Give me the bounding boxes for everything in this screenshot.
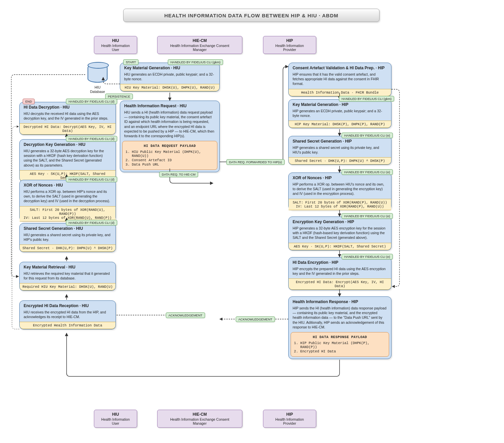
participant-hip-bottom: HIP Health Information Provider [263, 410, 316, 428]
tag-handled-e: HANDLED BY FIDELIUS CLI (e) [342, 213, 393, 219]
box-title: XOR of Nonces · HIU [24, 183, 112, 188]
participant-sub: Health Information User [100, 417, 131, 425]
box-body: HIP generates a 32-byte AES encryption k… [293, 226, 387, 240]
payload-item: Encrypted HI Data [300, 349, 385, 353]
participant-title: HIP [269, 38, 310, 43]
box-title: Key Material Generation · HIP [293, 102, 387, 107]
participant-title: HIU [100, 38, 131, 43]
tag-handled-e: HANDLED BY FIDELIUS CLI (e) [342, 169, 393, 175]
tag-handled-d: HANDLED BY FIDELIUS CLI (d) [66, 136, 117, 142]
box-hip-encrypt: HI Data Encryption · HIP HIP encrypts th… [288, 257, 391, 290]
box-title: Decryption Key Generation · HIU [24, 142, 112, 147]
payload-item: Data Push URL [132, 163, 214, 167]
box-band: Shared Secret · DHK(U,P): DHPK(U) ^ DHSK… [20, 244, 116, 252]
box-hip-xor: XOR of Nonces · HIP HIP performs a XOR o… [288, 173, 391, 210]
payload-item: HIP Public Key Material (DHPK(P), RAND(P… [300, 341, 385, 349]
payload-item: HIU Public Key Material (DHPK(U), RAND(U… [132, 150, 214, 158]
box-title: Encrypted HI Data Reception · HIU [24, 303, 112, 308]
tag-handled-gkm: HANDLED BY FIDELIUS CLI (gkm) [339, 96, 394, 102]
box-title: XOR of Nonces · HIP [293, 176, 387, 180]
box-band: SALT: First 20 bytes of XOR(RAND(P), RAN… [289, 199, 391, 210]
tag-handled-d: HANDLED BY FIDELIUS CLI (d) [66, 99, 117, 104]
box-body: HIU retrieves the required key material … [24, 271, 112, 280]
box-body: HIP generates an ECDH private, public ke… [293, 109, 387, 118]
participant-hiecm-top: HIE-CM Health Information Exchange Conse… [157, 36, 242, 54]
box-body: HIP encrypts the prepared HI data using … [293, 266, 387, 276]
tag-handled-d: HANDLED BY FIDELIUS CLI (d) [66, 177, 117, 182]
box-title: Key Material Retrieval · HIU [24, 265, 112, 269]
box-body: HIU generates an ECDH private, public ke… [124, 72, 215, 81]
hiu-database: HIUDatabase [86, 64, 109, 94]
participant-hiu-bottom: HIU Health Information User [94, 410, 137, 428]
box-band: Decrypted HI Data: Decrypt(AES Key, IV, … [20, 123, 116, 135]
participant-title: HIE-CM [163, 38, 236, 43]
box-body: HIP performs a XOR op. between HIU's non… [293, 182, 387, 196]
box-hip-enckey: Encryption Key Generation · HIP HIP gene… [288, 217, 391, 250]
box-body: HIU generates a shared secret using its … [24, 232, 112, 242]
box-hiu-retrieve: Key Material Retrieval · HIU HIU retriev… [19, 262, 116, 291]
participant-hiu-top: HIU Health Information User [94, 36, 137, 54]
participant-title: HIU [100, 412, 131, 417]
box-hiu-shared: Shared Secret Generation · HIU HIU gener… [19, 223, 116, 252]
box-band: SALT: First 20 bytes of XOR(RAND(U), RAN… [20, 206, 116, 222]
box-body: HIU generates a 32-byte AES decryption k… [24, 149, 112, 168]
tag-req-hiecm: DATA REQ. TO HIE-CM [159, 172, 198, 177]
box-body: HIP sends the HI (health information) da… [293, 306, 387, 329]
diagram-title: HEALTH INFORMATION DATA FLOW BETWEEN HIP… [123, 9, 379, 22]
box-title: Consent Artefact Validation & HI Data Pr… [293, 66, 387, 70]
tag-handled-gkm: HANDLED BY FIDELIUS CLI (gkm) [168, 59, 223, 65]
box-hiu-recv: Encrypted HI Data Reception · HIU HIU re… [19, 300, 116, 329]
participant-hip-top: HIP Health Information Provider [263, 36, 316, 54]
box-body: HIU decrypts the received HI data using … [24, 111, 112, 121]
box-title: Shared Secret Generation · HIP [293, 139, 387, 144]
participant-sub: Health Information Provider [269, 44, 310, 52]
box-hiu-request: Health Information Request · HIU HIU sen… [120, 101, 220, 172]
payload-title: HI DATA REQUEST PAYLOAD [126, 144, 214, 148]
box-title: HI Data Decryption · HIU [24, 105, 112, 110]
box-hiu-deckey: Decryption Key Generation · HIU HIU gene… [19, 139, 116, 182]
tag-end: END [23, 99, 35, 104]
box-title: Shared Secret Generation · HIU [24, 226, 112, 231]
payload-item: Consent Artefact ID [132, 158, 214, 162]
box-band: HIU Key Material: DHSK(U), DHPK(U), RAND… [120, 84, 219, 91]
participant-hiecm-bottom: HIE-CM Health Information Exchange Conse… [157, 410, 242, 428]
box-hip-consent: Consent Artefact Validation & HI Data Pr… [288, 63, 391, 97]
tag-start: START [123, 59, 138, 65]
box-band: Encrypted Health Information Data [20, 322, 116, 329]
box-body: HIP ensures that it has the valid consen… [293, 72, 387, 86]
box-body: HIU receives the encrypted HI data from … [24, 310, 112, 319]
box-band: Health Information Data · FHIR Bundle [289, 89, 391, 96]
box-hiu-decrypt: HI Data Decryption · HIU HIU decrypts th… [19, 102, 116, 135]
box-body: HIU performs a XOR op. between HIP's non… [24, 189, 112, 204]
tag-ack: ACKNOWLEDGEMENT [166, 312, 205, 318]
box-hip-shared: Shared Secret Generation · HIP HIP gener… [288, 136, 391, 165]
tag-handled-d: HANDLED BY FIDELIUS CLI (d) [66, 220, 117, 225]
participant-sub: Health Information Provider [269, 417, 310, 425]
tag-req-fwd: DATA REQ. FORWARDED TO HIP(s) [226, 159, 285, 165]
box-title: Encryption Key Generation · HIP [293, 220, 387, 224]
box-hiu-keymat: Key Material Generation · HIU HIU genera… [120, 63, 220, 92]
box-title: Key Material Generation · HIU [124, 66, 215, 70]
payload-response: HI DATA RESPONSE PAYLOAD HIP Public Key … [291, 332, 389, 357]
tag-handled-e: HANDLED BY FIDELIUS CLI (e) [342, 254, 393, 259]
participant-title: HIP [269, 412, 310, 417]
participant-sub: Health Information User [100, 44, 131, 52]
box-body: HIU sends a HI (health information) data… [124, 110, 215, 138]
box-hiu-xor: XOR of Nonces · HIU HIU performs a XOR o… [19, 180, 116, 222]
participant-sub: Health Information Exchange Consent Mana… [163, 417, 236, 425]
box-band: Shared Secret · DHK(U,P): DHPK(U) ^ DHSK… [289, 157, 391, 165]
box-body: HIP generates a shared secret using its … [293, 145, 387, 155]
payload-title: HI DATA RESPONSE PAYLOAD [294, 335, 385, 339]
box-band: AES Key · SK(U,P): HKDF(SALT, Shared Sec… [289, 243, 391, 250]
tag-ack: ACKNOWLEDGEMENT [236, 316, 275, 322]
box-band: HIP Key Material: DHSK(P), DHPK(P), RAND… [289, 121, 391, 128]
box-hip-keymat: Key Material Generation · HIP HIP genera… [288, 99, 391, 128]
diagram-canvas: HEALTH INFORMATION DATA FLOW BETWEEN HIP… [7, 7, 497, 436]
participant-sub: Health Information Exchange Consent Mana… [163, 44, 236, 52]
box-title: Health Information Request · HIU [124, 104, 215, 108]
tag-handled-e: HANDLED BY FIDELIUS CLI (e) [342, 133, 393, 138]
participant-title: HIE-CM [163, 412, 236, 417]
payload-request: HI DATA REQUEST PAYLOAD HIU Public Key M… [122, 141, 217, 170]
box-band: Encrypted HI Data: Encrypt(AES Key, IV, … [289, 278, 391, 290]
box-title: Health Information Response · HIP [293, 299, 387, 304]
